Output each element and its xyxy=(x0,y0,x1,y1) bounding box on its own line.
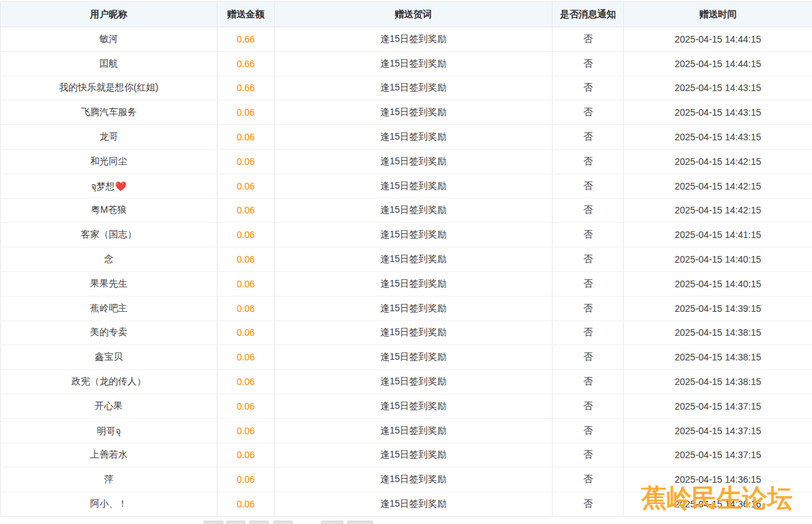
cell-amount: 0.06 xyxy=(217,296,275,321)
pagination-button[interactable] xyxy=(203,521,223,524)
cell-nickname: 美的专卖 xyxy=(1,321,217,345)
table-row: 蕉岭吧主0.06逢15日签到奖励否2025-04-15 14:39:15 xyxy=(1,296,812,321)
cell-notify: 否 xyxy=(553,321,624,345)
column-header-time: 赠送时间 xyxy=(624,2,812,27)
cell-nickname: 我的快乐就是想你(红姐) xyxy=(1,76,217,100)
cell-message: 逢15日签到奖励 xyxy=(275,394,553,418)
cell-nickname: 飞腾汽车服务 xyxy=(1,100,217,125)
cell-notify: 否 xyxy=(553,418,624,443)
cell-time: 2025-04-15 14:42:15 xyxy=(624,149,812,174)
cell-notify: 否 xyxy=(553,467,624,492)
cell-message: 逢15日签到奖励 xyxy=(275,247,553,272)
cell-amount: 0.06 xyxy=(217,492,275,517)
cell-notify: 否 xyxy=(553,370,624,394)
cell-message: 逢15日签到奖励 xyxy=(275,100,553,125)
cell-notify: 否 xyxy=(553,125,624,150)
cell-time: 2025-04-15 14:38:15 xyxy=(624,321,812,345)
pagination xyxy=(0,521,812,524)
table-row: 客家（国志）0.06逢15日签到奖励否2025-04-15 14:41:15 xyxy=(1,223,812,247)
cell-notify: 否 xyxy=(553,149,624,174)
cell-time: 2025-04-15 14:43:15 xyxy=(624,100,812,125)
pagination-button[interactable] xyxy=(249,521,269,524)
cell-time: 2025-04-15 14:38:15 xyxy=(624,345,812,370)
cell-time: 2025-04-15 14:42:15 xyxy=(624,198,812,223)
cell-amount: 0.06 xyxy=(217,345,275,370)
pagination-button[interactable] xyxy=(347,521,373,524)
table-row: 敏河0.66逢15日签到奖励否2025-04-15 14:44:15 xyxy=(1,27,812,52)
cell-message: 逢15日签到奖励 xyxy=(275,443,553,467)
cell-message: 逢15日签到奖励 xyxy=(275,345,553,370)
cell-time: 2025-04-15 14:40:15 xyxy=(624,271,812,296)
cell-time: 2025-04-15 14:37:15 xyxy=(624,443,812,467)
cell-amount: 0.06 xyxy=(217,467,275,492)
cell-time: 2025-04-15 14:44:15 xyxy=(624,51,812,76)
cell-time: 2025-04-15 14:43:15 xyxy=(624,125,812,150)
cell-nickname: 蕉岭吧主 xyxy=(1,296,217,321)
cell-nickname: 政宪（龙的传人） xyxy=(1,370,217,394)
cell-amount: 0.66 xyxy=(217,27,275,52)
table-row: 粤M苍狼0.06逢15日签到奖励否2025-04-15 14:42:15 xyxy=(1,198,812,223)
cell-time: 2025-04-15 14:44:15 xyxy=(624,27,812,52)
cell-amount: 0.06 xyxy=(217,394,275,418)
cell-amount: 0.06 xyxy=(217,174,275,198)
cell-nickname: 念 xyxy=(1,247,217,272)
cell-notify: 否 xyxy=(553,443,624,467)
cell-amount: 0.06 xyxy=(217,149,275,174)
cell-message: 逢15日签到奖励 xyxy=(275,467,553,492)
cell-notify: 否 xyxy=(553,198,624,223)
table-row: 念0.06逢15日签到奖励否2025-04-15 14:40:15 xyxy=(1,247,812,272)
table-row: 阿小、！0.06逢15日签到奖励否2025-04-15 14:36:16 xyxy=(1,492,812,517)
table-row: 明哥จุ0.06逢15日签到奖励否2025-04-15 14:37:15 xyxy=(1,418,812,443)
table-row: 和光同尘0.06逢15日签到奖励否2025-04-15 14:42:15 xyxy=(1,149,812,174)
cell-time: 2025-04-15 14:41:15 xyxy=(624,223,812,247)
cell-nickname: 客家（国志） xyxy=(1,223,217,247)
cell-nickname: 敏河 xyxy=(1,27,217,52)
cell-message: 逢15日签到奖励 xyxy=(275,271,553,296)
cell-message: 逢15日签到奖励 xyxy=(275,76,553,100)
cell-message: 逢15日签到奖励 xyxy=(275,27,553,52)
cell-amount: 0.06 xyxy=(217,271,275,296)
cell-notify: 否 xyxy=(553,345,624,370)
cell-amount: 0.06 xyxy=(217,198,275,223)
table-row: 开心果0.06逢15日签到奖励否2025-04-15 14:37:15 xyxy=(1,394,812,418)
cell-amount: 0.06 xyxy=(217,370,275,394)
cell-time: 2025-04-15 14:42:15 xyxy=(624,174,812,198)
cell-message: 逢15日签到奖励 xyxy=(275,321,553,345)
cell-amount: 0.66 xyxy=(217,76,275,100)
pagination-button[interactable] xyxy=(226,521,245,524)
cell-time: 2025-04-15 14:37:15 xyxy=(624,418,812,443)
cell-notify: 否 xyxy=(553,492,624,517)
cell-message: 逢15日签到奖励 xyxy=(275,198,553,223)
cell-nickname: 和光同尘 xyxy=(1,149,217,174)
cell-message: 逢15日签到奖励 xyxy=(275,296,553,321)
cell-amount: 0.06 xyxy=(217,125,275,150)
cell-message: 逢15日签到奖励 xyxy=(275,418,553,443)
cell-nickname: 萍 xyxy=(1,467,217,492)
column-header-notify: 是否消息通知 xyxy=(553,2,624,27)
cell-amount: 0.66 xyxy=(217,51,275,76)
cell-notify: 否 xyxy=(553,51,624,76)
table-row: 囯航0.66逢15日签到奖励否2025-04-15 14:44:15 xyxy=(1,51,812,76)
cell-message: 逢15日签到奖励 xyxy=(275,174,553,198)
cell-amount: 0.06 xyxy=(217,247,275,272)
cell-message: 逢15日签到奖励 xyxy=(275,149,553,174)
pagination-button[interactable] xyxy=(273,521,293,524)
cell-notify: 否 xyxy=(553,296,624,321)
cell-notify: 否 xyxy=(553,247,624,272)
cell-notify: 否 xyxy=(553,27,624,52)
cell-nickname: 明哥จุ xyxy=(1,418,217,443)
gift-records-table-container: 用户昵称赠送金额赠送贺词是否消息通知赠送时间 敏河0.66逢15日签到奖励否20… xyxy=(0,1,812,517)
cell-nickname: 果果先生 xyxy=(1,271,217,296)
table-row: 我的快乐就是想你(红姐)0.66逢15日签到奖励否2025-04-15 14:4… xyxy=(1,76,812,100)
cell-nickname: 囯航 xyxy=(1,51,217,76)
table-row: 龙哥0.06逢15日签到奖励否2025-04-15 14:43:15 xyxy=(1,125,812,150)
column-header-message: 赠送贺词 xyxy=(275,2,553,27)
cell-amount: 0.06 xyxy=(217,100,275,125)
cell-amount: 0.06 xyxy=(217,223,275,247)
pagination-button[interactable] xyxy=(321,521,343,524)
cell-notify: 否 xyxy=(553,100,624,125)
table-row: 美的专卖0.06逢15日签到奖励否2025-04-15 14:38:15 xyxy=(1,321,812,345)
cell-nickname: 粤M苍狼 xyxy=(1,198,217,223)
table-row: 鑫宝贝0.06逢15日签到奖励否2025-04-15 14:38:15 xyxy=(1,345,812,370)
cell-time: 2025-04-15 14:43:15 xyxy=(624,76,812,100)
